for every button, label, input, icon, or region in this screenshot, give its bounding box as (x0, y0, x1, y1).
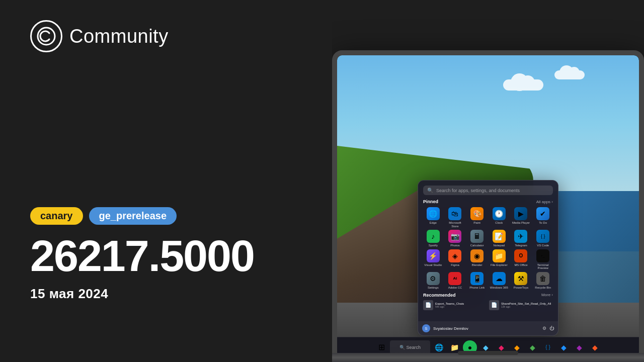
app-phone[interactable]: 📱 Phone Link (467, 272, 487, 290)
powertoys-label: PowerToys (514, 286, 528, 290)
app-calc[interactable]: 🖩 Calculator (467, 230, 487, 247)
terminal-icon: ›_ (536, 249, 549, 262)
app-media[interactable]: ▶ Media Player (511, 207, 531, 228)
app-recycle[interactable]: 🗑 Recycle Bin (533, 272, 553, 290)
windows365-icon: ☁ (493, 272, 506, 285)
app-windows365[interactable]: ☁ Windows 365 (489, 272, 509, 290)
rec-text-1: Export_Teams_Chats 54h ago (435, 302, 464, 308)
rec-time-1: 54h ago (435, 305, 464, 308)
app-blender[interactable]: ◉ Blender (467, 249, 487, 270)
app-todo[interactable]: ✔ To Do (533, 207, 553, 228)
app-files[interactable]: 📁 File Explorer (489, 249, 509, 270)
taskbar-icon5[interactable]: ◆ (556, 340, 571, 354)
taskbar-vscode[interactable]: { } (541, 340, 555, 354)
app-store[interactable]: 🛍 Microsoft Store (445, 207, 465, 228)
taskbar-search[interactable]: 🔍 Search (390, 340, 430, 354)
apps-grid-row3: ⚡ Visual Studio ◈ Figma ◉ Blender (423, 249, 553, 270)
search-placeholder-text: Search for apps, settings, and documents (436, 188, 520, 193)
media-label: Media Player (512, 221, 530, 225)
settings-icon: ⚙ (427, 272, 440, 285)
settings-user-icon[interactable]: ⚙ (542, 326, 546, 331)
vscode-label: VS Code (537, 244, 549, 247)
taskbar-edge[interactable]: 🌐 (432, 340, 446, 354)
rec-icon-1: 📄 (423, 300, 433, 310)
app-photos[interactable]: 📷 Photos (445, 230, 465, 247)
apps-grid-row2: ♪ Spotify 📷 Photos 🖩 Calculator (423, 230, 553, 247)
phone-label: Phone Link (469, 286, 485, 290)
recommended-section: Recommended More › 📄 Export_Teams_Chats … (423, 293, 553, 310)
app-edge[interactable]: 🌐 Edge (423, 207, 443, 228)
vs-label: Visual Studio (424, 263, 442, 267)
taskbar-icon6[interactable]: ◆ (572, 340, 586, 354)
msoffice-icon: O (514, 249, 527, 262)
more-link[interactable]: More › (541, 293, 553, 298)
recycle-label: Recycle Bin (535, 286, 551, 290)
settings-label: Settings (428, 286, 439, 290)
telegram-label: Telegram (515, 244, 527, 247)
laptop-hinge (458, 351, 518, 355)
cloud2 (554, 70, 585, 79)
pinned-header: Pinned All apps › (423, 199, 553, 204)
search-icon: 🔍 (427, 188, 433, 193)
app-vs[interactable]: ⚡ Visual Studio (423, 249, 443, 270)
pinned-title: Pinned (423, 199, 438, 204)
start-search-bar[interactable]: 🔍 Search for apps, settings, and documen… (423, 186, 553, 195)
adobe-icon: Ai (448, 272, 461, 285)
msoffice-label: MS Office (514, 263, 527, 267)
start-menu: 🔍 Search for apps, settings, and documen… (418, 180, 558, 336)
adobe-label: Adobe CC (448, 286, 462, 290)
cloud1 (503, 79, 543, 90)
apps-grid-row4: ⚙ Settings Ai Adobe CC 📱 Phone Link (423, 272, 553, 290)
app-clock[interactable]: 🕐 Clock (489, 207, 509, 228)
rec-text-2: SharePoint_Site_Set_Read_Only_All 13h ag… (501, 302, 551, 308)
spotify-label: Spotify (429, 244, 438, 247)
app-spotify[interactable]: ♪ Spotify (423, 230, 443, 247)
laptop-container: 🔍 Search for apps, settings, and documen… (332, 20, 644, 362)
user-avatar: S (422, 324, 430, 332)
app-settings[interactable]: ⚙ Settings (423, 272, 443, 290)
left-panel: Community canary ge_prerelease 26217.500… (0, 0, 332, 362)
content-area: canary ge_prerelease 26217.5000 15 мая 2… (30, 207, 302, 342)
app-vscode[interactable]: { } VS Code (533, 230, 553, 247)
app-msoffice[interactable]: O MS Office (511, 249, 531, 270)
pinned-section: Pinned All apps › 🌐 Edge 🛍 (423, 199, 553, 290)
taskbar-start-button[interactable]: ⊞ (374, 340, 388, 354)
clock-icon: 🕐 (493, 207, 506, 220)
paint-label: Paint (473, 221, 480, 225)
rec-icon-2: 📄 (489, 300, 499, 310)
start-user-row[interactable]: S Svyatoslav Demilov ⚙ ⏻ (418, 321, 558, 335)
logo-text: Community (69, 26, 169, 47)
rec-time-2: 13h ago (501, 305, 551, 308)
edge-label: Edge (430, 221, 437, 225)
app-paint[interactable]: 🎨 Paint (467, 207, 487, 228)
app-notepad[interactable]: 📝 Notepad (489, 230, 509, 247)
spotify-icon: ♪ (427, 230, 440, 243)
recommended-header: Recommended More › (423, 293, 553, 298)
laptop-base (332, 353, 644, 362)
photos-icon: 📷 (448, 230, 461, 243)
app-adobe[interactable]: Ai Adobe CC (445, 272, 465, 290)
app-figma[interactable]: ◈ Figma (445, 249, 465, 270)
taskbar-icon4[interactable]: ◆ (525, 340, 539, 354)
user-action-icons: ⚙ ⏻ (542, 326, 554, 331)
app-terminal[interactable]: ›_ Terminal Preview (533, 249, 553, 270)
calc-icon: 🖩 (470, 230, 484, 243)
app-telegram[interactable]: ✈ Telegram (511, 230, 531, 247)
media-icon: ▶ (514, 207, 527, 220)
calc-label: Calculator (470, 244, 484, 247)
logo-area: Community (30, 20, 302, 52)
recommended-title: Recommended (423, 293, 456, 298)
power-icon[interactable]: ⏻ (549, 326, 554, 331)
clock-label: Clock (495, 221, 503, 225)
blender-icon: ◉ (470, 249, 484, 262)
telegram-icon: ✈ (514, 230, 527, 243)
taskbar-icon7[interactable]: ◆ (588, 340, 602, 354)
terminal-label: Terminal Preview (533, 263, 553, 270)
rec-item-2[interactable]: 📄 SharePoint_Site_Set_Read_Only_All 13h … (489, 300, 553, 310)
app-powertoys[interactable]: ⚒ PowerToys (511, 272, 531, 290)
apps-grid-row1: 🌐 Edge 🛍 Microsoft Store 🎨 Paint (423, 207, 553, 228)
rec-item-1[interactable]: 📄 Export_Teams_Chats 54h ago (423, 300, 487, 310)
all-apps-link[interactable]: All apps › (536, 200, 553, 204)
powertoys-icon: ⚒ (514, 272, 527, 285)
right-panel: 🔍 Search for apps, settings, and documen… (332, 0, 644, 362)
